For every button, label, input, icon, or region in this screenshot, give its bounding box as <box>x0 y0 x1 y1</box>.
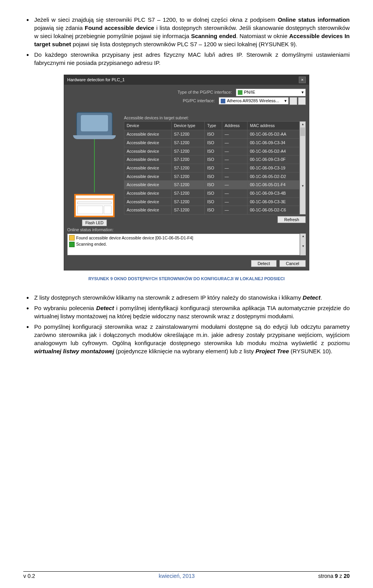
pgpc-type-label: Type of the PG/PC interface: <box>178 89 232 95</box>
p1-b1: Online status information <box>278 16 350 23</box>
p5-t3: (R <box>289 348 297 354</box>
dialog-body: Type of the PG/PC interface: PN/IE ▾ PG/… <box>64 85 309 270</box>
detect-button[interactable]: Detect <box>251 260 277 267</box>
p3-t1: Z listy dostępnych sterowników klikamy n… <box>34 294 303 301</box>
refresh-button[interactable]: Refresh <box>277 216 306 223</box>
dialog-titlebar: Hardware detection for PLC_1 × <box>64 75 309 85</box>
p5-b1: wirtualnej listwy montażowej <box>34 348 114 354</box>
p1-sc: YSUNEK <box>265 41 289 47</box>
p1-t6: 9). <box>289 41 297 47</box>
th-address[interactable]: Address <box>222 122 248 130</box>
bullet-5: Po pomyślnej konfiguracji sterownika wra… <box>23 323 350 355</box>
pgpc-iface-select[interactable]: Atheros AR9285 Wireless... ▾ <box>219 97 289 105</box>
plc-icon <box>74 194 115 217</box>
p1-t5: pojawi się lista dostępnych sterowników … <box>71 41 265 47</box>
th-mac[interactable]: MAC address <box>248 122 300 130</box>
p5-b2: Project Tree <box>255 348 289 354</box>
ok-icon <box>69 242 75 247</box>
pnie-icon <box>238 90 242 95</box>
table-row[interactable]: Accessible deviceS7-1200ISO—00-1C-06-09-… <box>124 197 300 206</box>
p1-t4: . Natomiast w oknie <box>236 33 289 39</box>
status-block: Online status information: Found accessi… <box>67 227 306 255</box>
p5-t4: 10). <box>321 348 333 354</box>
table-row[interactable]: Accessible deviceS7-1200ISO—00-1C-06-05-… <box>124 172 300 181</box>
p4-b1: Detect <box>96 305 114 311</box>
table-row[interactable]: Accessible deviceS7-1200ISO—00-1C-06-09-… <box>124 138 300 147</box>
table-row[interactable]: Accessible deviceS7-1200ISO—00-1C-06-05-… <box>124 147 300 155</box>
status-line-2: Scanning ended. <box>68 241 299 248</box>
p3-t2: . <box>321 294 322 301</box>
table-row[interactable]: Accessible deviceS7-1200ISO—00-1C-06-05-… <box>124 206 300 215</box>
top-bullets: Jeżeli w sieci znajdują się sterowniki P… <box>23 16 350 67</box>
th-device[interactable]: Device <box>124 122 172 130</box>
config-icon[interactable] <box>289 97 297 105</box>
status-text-1: Found accessible device Accessible devic… <box>76 235 193 241</box>
dialog-bottom-buttons: Detect Cancel <box>67 260 306 267</box>
pgpc-iface-label: PG/PC interface: <box>183 98 215 104</box>
th-type[interactable]: Type <box>205 122 222 130</box>
search-icon[interactable] <box>298 97 306 105</box>
p1-b2: Found accessible device <box>85 24 154 31</box>
bullet-3: Z listy dostępnych sterowników klikamy n… <box>23 293 350 302</box>
refresh-row: Refresh <box>124 215 306 226</box>
bullet-1: Jeżeli w sieci znajdują się sterowniki P… <box>23 16 350 48</box>
warning-icon <box>69 235 75 241</box>
p1-b3: Scanning ended <box>191 33 236 39</box>
status-line-1: Found accessible device Accessible devic… <box>68 235 299 241</box>
p5-t2: (pojedyncze kliknięcie na wybrany elemen… <box>114 348 256 354</box>
table-scrollbar[interactable]: ▴ ▾ <box>300 121 306 215</box>
chevron-down-icon: ▾ <box>284 98 287 104</box>
subnet-label: Accessible devices in target subnet: <box>124 115 306 121</box>
nic-icon <box>221 99 225 103</box>
pgpc-type-value: PN/IE <box>244 89 255 95</box>
chevron-down-icon: ▾ <box>302 89 304 95</box>
p3-b1: Detect <box>303 294 321 301</box>
device-table-area: Accessible devices in target subnet: Dev… <box>124 112 306 226</box>
figure-caption-9: RYSUNEK 9 OKNO DOSTĘPNYCH STEROWNIKÓW DO… <box>23 276 350 282</box>
close-icon[interactable]: × <box>299 77 306 83</box>
status-text-2: Scanning ended. <box>76 241 107 247</box>
cancel-button[interactable]: Cancel <box>279 260 306 267</box>
pgpc-iface-value: Atheros AR9285 Wireless... <box>227 98 279 104</box>
device-table[interactable]: Device Device type Type Address MAC addr… <box>124 121 300 215</box>
status-label: Online status information: <box>67 227 306 233</box>
table-row[interactable]: Accessible deviceS7-1200ISO—00-1C-06-05-… <box>124 181 300 189</box>
status-line-empty <box>68 248 299 254</box>
pgpc-type-select[interactable]: PN/IE ▾ <box>236 89 306 96</box>
bullet-2: Do każdego sterownika przypisany jest ad… <box>23 51 350 67</box>
connection-wire-icon <box>94 138 95 192</box>
table-row[interactable]: Accessible deviceS7-1200ISO—00-1C-06-09-… <box>124 155 300 164</box>
table-header-row: Device Device type Type Address MAC addr… <box>124 122 300 130</box>
pg-laptop-icon <box>76 112 113 137</box>
p4-t1: Po wybraniu polecenia <box>34 305 96 311</box>
p1-t2: pojawią się zdania <box>34 24 85 31</box>
bullet-4: Po wybraniu polecenia Detect i pomyślnej… <box>23 304 350 320</box>
bottom-bullets: Z listy dostępnych sterowników klikamy n… <box>23 293 350 355</box>
p5-t1: Po pomyślnej konfiguracji sterownika wra… <box>34 323 350 346</box>
pgpc-iface-row: PG/PC interface: Atheros AR9285 Wireless… <box>67 97 306 105</box>
main-area: Flash LED Accessible devices in target s… <box>67 112 306 226</box>
p5-sc: YSUNEK <box>297 348 321 354</box>
dialog-screenshot: Hardware detection for PLC_1 × Type of t… <box>64 75 309 270</box>
th-devicetype[interactable]: Device type <box>171 122 205 130</box>
p1-t1: Jeżeli w sieci znajdują się sterowniki P… <box>34 16 278 23</box>
flash-led-button[interactable]: Flash LED <box>82 220 107 226</box>
table-row[interactable]: Accessible deviceS7-1200ISO—00-1C-06-05-… <box>124 130 300 139</box>
table-row[interactable]: Accessible deviceS7-1200ISO—00-1C-06-09-… <box>124 189 300 197</box>
pgpc-type-row: Type of the PG/PC interface: PN/IE ▾ <box>67 89 306 96</box>
status-scrollbar[interactable]: ▴ ▾ <box>300 234 306 255</box>
dialog-title-text: Hardware detection for PLC_1 <box>67 77 125 83</box>
table-row[interactable]: Accessible deviceS7-1200ISO—00-1C-06-09-… <box>124 164 300 172</box>
left-graphic-column: Flash LED <box>67 112 122 226</box>
status-box: Found accessible device Accessible devic… <box>67 234 300 255</box>
